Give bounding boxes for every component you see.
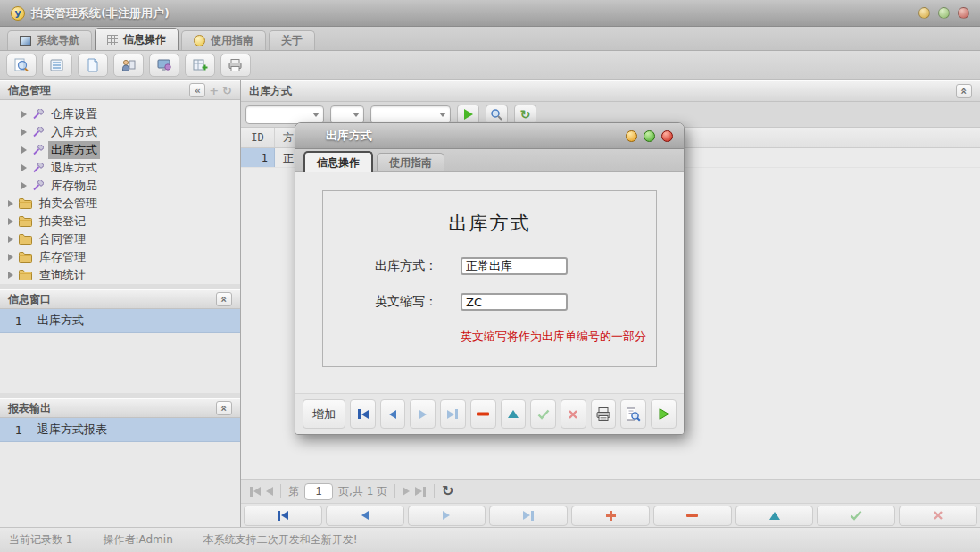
row-number: 1 — [0, 423, 37, 437]
dialog-last-button[interactable] — [440, 399, 466, 429]
list-item[interactable]: 1 退库方式报表 — [0, 418, 240, 442]
folder-icon — [19, 234, 32, 245]
dialog-confirm-button[interactable] — [530, 399, 556, 429]
record-next-button[interactable] — [408, 506, 486, 526]
tab-about[interactable]: 关于 — [269, 30, 315, 50]
minimize-button[interactable] — [918, 7, 930, 19]
refresh-page-button[interactable]: ↻ — [442, 484, 453, 498]
page-next-button[interactable] — [403, 487, 410, 496]
row-number: 1 — [0, 314, 37, 328]
tab-label: 关于 — [281, 33, 303, 48]
collapse-panel-button[interactable]: « — [216, 292, 232, 306]
page-first-button[interactable] — [249, 487, 261, 497]
expand-arrow-icon[interactable] — [21, 129, 27, 136]
record-first-button[interactable] — [244, 506, 322, 526]
tree-item-contract-management[interactable]: 合同管理 — [0, 230, 240, 248]
dialog-tab-info-operation[interactable]: 信息操作 — [303, 151, 373, 172]
titlebar: y 拍卖管理系统(非注册用户) — [0, 0, 980, 27]
dialog-edit-button[interactable] — [501, 399, 527, 429]
x-icon — [568, 409, 578, 420]
dialog-print-preview-button[interactable] — [620, 399, 646, 429]
outbound-method-input[interactable] — [461, 257, 568, 275]
collapse-sidebar-button[interactable]: « — [189, 83, 205, 97]
close-button[interactable] — [958, 7, 969, 19]
dialog-first-button[interactable] — [350, 399, 376, 429]
expand-arrow-icon[interactable] — [21, 182, 27, 189]
tab-label: 信息操作 — [317, 155, 360, 171]
tab-user-guide[interactable]: 使用指南 — [181, 30, 266, 50]
record-prev-button[interactable] — [326, 506, 404, 526]
refresh-icon[interactable]: ↻ — [222, 85, 232, 96]
printer-icon — [228, 58, 244, 72]
page-number-input[interactable] — [304, 483, 333, 500]
tree-item-auction-management[interactable]: 拍卖会管理 — [0, 195, 240, 213]
add-button[interactable]: 增加 — [303, 399, 345, 429]
user-button[interactable] — [113, 54, 144, 77]
page-suffix-label: 页,共 1 页 — [338, 484, 387, 499]
sidebar: 信息管理 « + ↻ 仓库设置 入库方式 出库方式 — [0, 80, 241, 527]
expand-arrow-icon[interactable] — [8, 200, 13, 207]
expand-arrow-icon[interactable] — [8, 218, 13, 225]
tree-item-warehouse-setup[interactable]: 仓库设置 — [0, 105, 240, 123]
maximize-button[interactable] — [938, 7, 950, 19]
dialog-next-button[interactable] — [410, 399, 436, 429]
tree-item-query-statistics[interactable]: 查询统计 — [0, 266, 240, 284]
dialog-delete-button[interactable] — [470, 399, 496, 429]
panel-title: 信息窗口 — [8, 292, 51, 307]
expand-arrow-icon[interactable] — [21, 164, 27, 171]
record-last-button[interactable] — [489, 506, 568, 526]
dialog-titlebar[interactable]: 出库方式 — [295, 123, 684, 149]
expand-arrow-icon[interactable] — [8, 254, 13, 261]
collapse-up-icon: « — [219, 296, 229, 303]
english-abbr-input[interactable] — [461, 293, 568, 311]
tab-info-operation[interactable]: 信息操作 — [95, 28, 179, 50]
table-add-button[interactable] — [185, 54, 215, 77]
search-button[interactable] — [6, 54, 37, 77]
tree-item-inventory-management[interactable]: 库存管理 — [0, 248, 240, 266]
record-add-button[interactable] — [571, 506, 650, 526]
expand-arrow-icon[interactable] — [8, 236, 13, 243]
dialog-cancel-button[interactable] — [561, 399, 586, 429]
dialog-prev-button[interactable] — [380, 399, 406, 429]
expand-arrow-icon[interactable] — [21, 146, 27, 154]
tree-item-stock-items[interactable]: 库存物品 — [0, 177, 240, 195]
collapse-main-button[interactable]: « — [956, 84, 972, 98]
dialog-print-button[interactable] — [591, 399, 617, 429]
tree-item-return-method[interactable]: 退库方式 — [0, 159, 240, 177]
record-delete-button[interactable] — [653, 506, 732, 526]
dialog-execute-button[interactable] — [651, 399, 677, 429]
chevron-down-icon — [308, 106, 323, 123]
tree-item-label: 出库方式 — [48, 141, 100, 159]
table-add-icon — [192, 58, 208, 72]
filter-field-select[interactable] — [245, 105, 324, 124]
info-window-header: 信息窗口 « — [0, 289, 240, 309]
record-confirm-button[interactable] — [817, 506, 895, 526]
dialog-tab-user-guide[interactable]: 使用指南 — [377, 153, 444, 171]
list-button[interactable] — [42, 54, 72, 77]
collapse-panel-button[interactable]: « — [216, 401, 232, 415]
dialog-window-controls — [626, 130, 673, 142]
expand-arrow-icon[interactable] — [8, 272, 13, 279]
tree-item-outbound-method[interactable]: 出库方式 — [0, 141, 240, 159]
tab-system-nav[interactable]: 系统导航 — [7, 30, 92, 50]
expand-arrow-icon[interactable] — [21, 111, 27, 118]
page-prev-button[interactable] — [266, 487, 273, 496]
tree-item-auction-registration[interactable]: 拍卖登记 — [0, 213, 240, 230]
new-document-button[interactable] — [78, 54, 108, 77]
filter-operator-select[interactable] — [330, 105, 364, 124]
tree-item-label: 拍卖登记 — [37, 213, 88, 230]
add-icon[interactable]: + — [209, 85, 219, 96]
tree-item-inbound-method[interactable]: 入库方式 — [0, 123, 240, 141]
printer-button[interactable] — [220, 54, 251, 77]
print-preview-icon — [626, 407, 641, 422]
dialog-minimize-button[interactable] — [626, 130, 637, 142]
monitor-button[interactable] — [149, 54, 179, 77]
list-item[interactable]: 1 出库方式 — [0, 309, 240, 333]
tab-label: 信息操作 — [123, 32, 166, 47]
record-cancel-button[interactable] — [899, 506, 977, 526]
filter-value-select[interactable] — [370, 105, 451, 124]
dialog-maximize-button[interactable] — [644, 130, 655, 142]
dialog-close-button[interactable] — [661, 130, 673, 142]
record-edit-button[interactable] — [735, 506, 814, 526]
page-last-button[interactable] — [415, 487, 427, 497]
